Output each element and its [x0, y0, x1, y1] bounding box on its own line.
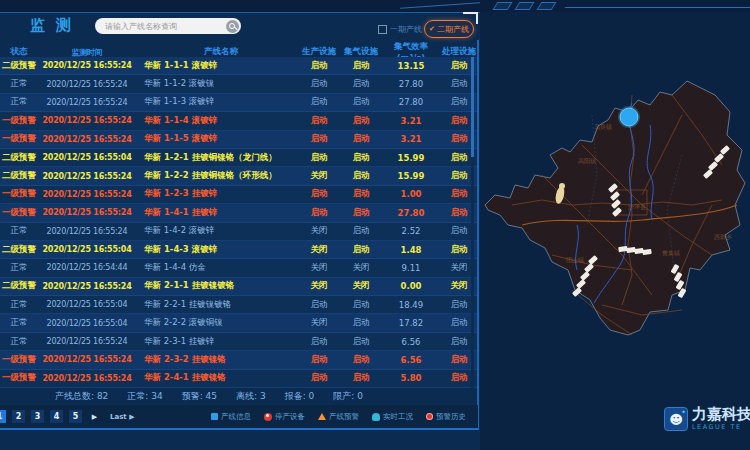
cell-name: 华新 1-1-1 滚镀锌 [136, 60, 298, 72]
cell-status: 一级预警 [0, 354, 38, 366]
cell-production: 启动 [298, 299, 340, 311]
legend-label: 实时工况 [383, 412, 413, 422]
page-button-4[interactable]: 4 [50, 410, 63, 423]
summary-item: 限产: 0 [333, 391, 363, 401]
cell-status: 二级预警 [0, 280, 38, 292]
cell-time: 2020/12/25 16:55:04 [38, 300, 136, 309]
legend-item-stop[interactable]: 停产设备 [264, 412, 305, 422]
cell-time: 2020/12/25 16:55:24 [38, 208, 136, 217]
cell-time: 2020/12/25 16:55:24 [38, 337, 136, 346]
last-page-button[interactable]: Last ▶ [107, 410, 138, 423]
cell-collection: 启动 [340, 60, 382, 72]
cell-production: 关闭 [298, 244, 340, 256]
table-row[interactable]: 二级预警2020/12/25 16:55:24华新 1-1-1 滚镀锌启动启动1… [0, 57, 478, 75]
summary-bar: 产线总数: 82正常: 34预警: 45离线: 3报备: 0限产: 0 [55, 390, 475, 403]
map-place-label: 沙洋县 [627, 203, 646, 210]
table-row[interactable]: 二级预警2020/12/25 16:55:24华新 2-1-1 挂镀镍镀铬关闭关… [0, 278, 478, 296]
cell-production: 关闭 [298, 280, 340, 292]
table-row[interactable]: 正常2020/12/25 16:55:04华新 2-2-1 挂镀镍镀铬启动启动1… [0, 296, 478, 314]
map-place-label: 团山镇 [566, 256, 584, 264]
cell-collection: 启动 [340, 152, 382, 164]
table-row[interactable]: 一级预警2020/12/25 16:55:24华新 1-2-3 挂镀锌启动启动1… [0, 186, 478, 204]
deco-line [400, 2, 480, 9]
cell-time: 2020/12/25 16:55:24 [38, 355, 136, 364]
table-row[interactable]: 一级预警2020/12/25 16:55:24华新 1-1-5 滚镀锌启动启动3… [0, 131, 478, 149]
cell-name: 华新 2-3-2 挂镀镍铬 [136, 354, 298, 366]
legend-item-warning[interactable]: 产线预警 [318, 412, 359, 422]
cell-production: 关闭 [298, 262, 340, 274]
cell-time: 2020/12/25 16:55:24 [38, 80, 136, 89]
table-row[interactable]: 一级预警2020/12/25 16:55:24华新 2-3-2 挂镀镍铬启动启动… [0, 351, 478, 369]
cell-efficiency: 15.99 [382, 171, 440, 181]
page-button-2[interactable]: 2 [12, 410, 25, 423]
warning-icon [318, 413, 326, 420]
map-place-label: 曾集镇 [662, 249, 680, 256]
cell-collection: 启动 [340, 225, 382, 237]
table-row[interactable]: 正常2020/12/25 16:54:44华新 1-4-4 仿金关闭关闭9.11… [0, 259, 478, 277]
cell-production: 关闭 [298, 317, 340, 329]
table-row[interactable]: 正常2020/12/25 16:55:24华新 2-3-1 挂镀锌启动启动6.5… [0, 333, 478, 351]
check-icon: ✔ [429, 25, 435, 33]
table-row[interactable]: 一级预警2020/12/25 16:55:24华新 2-4-1 挂镀镍铬启动启动… [0, 370, 478, 388]
logo-name: 力嘉科技 [692, 407, 750, 422]
table-row[interactable]: 二级预警2020/12/25 16:55:04华新 1-2-1 挂镀铜镍铬（龙门… [0, 149, 478, 167]
cell-collection: 启动 [340, 188, 382, 200]
cell-name: 华新 1-4-2 滚镀锌 [136, 225, 298, 237]
cell-name: 华新 2-3-1 挂镀锌 [136, 336, 298, 348]
cell-efficiency: 0.00 [382, 281, 440, 291]
cell-status: 一级预警 [0, 115, 38, 127]
cell-collection: 启动 [340, 244, 382, 256]
legend-item-info[interactable]: 产线信息 [211, 412, 251, 422]
table-row[interactable]: 一级预警2020/12/25 16:55:24华新 1-1-4 滚镀锌启动启动3… [0, 112, 478, 130]
summary-item: 正常: 34 [127, 391, 162, 401]
table-row[interactable]: 二级预警2020/12/25 16:55:24华新 1-2-2 挂镀铜镍铬（环形… [0, 167, 478, 185]
scrollbar-thumb[interactable] [471, 57, 474, 157]
cell-production: 启动 [298, 78, 340, 90]
search-icon[interactable] [226, 20, 239, 33]
page-button-1[interactable]: 1 [0, 410, 6, 423]
next-page-button[interactable]: ▶ [88, 410, 101, 423]
legend-item-history[interactable]: 预警历史 [426, 412, 466, 422]
deco-slash [537, 2, 557, 10]
cell-status: 二级预警 [0, 60, 38, 72]
cell-time: 2020/12/25 16:55:24 [38, 98, 136, 107]
cell-status: 正常 [0, 299, 38, 311]
table-row[interactable]: 一级预警2020/12/25 16:55:24华新 1-4-1 挂镀锌启动启动2… [0, 204, 478, 222]
cell-efficiency: 18.49 [382, 300, 440, 310]
device-marker[interactable] [620, 108, 638, 126]
page-button-5[interactable]: 5 [69, 410, 82, 423]
map-place-label: 高阳镇 [578, 157, 596, 165]
cell-efficiency: 3.21 [382, 116, 440, 126]
cell-production: 关闭 [298, 225, 340, 237]
stop-icon [264, 413, 272, 421]
table-row[interactable]: 二级预警2020/12/25 16:55:04华新 1-4-3 滚镀锌关闭启动1… [0, 241, 478, 259]
table-row[interactable]: 正常2020/12/25 16:55:24华新 1-4-2 滚镀锌关闭启动2.5… [0, 223, 478, 241]
cell-production: 启动 [298, 96, 340, 108]
cell-status: 二级预警 [0, 244, 38, 256]
legend: 产线信息停产设备产线预警实时工况预警历史 [211, 412, 478, 422]
legend-label: 预警历史 [436, 412, 466, 422]
cell-status: 一级预警 [0, 372, 38, 384]
table-row[interactable]: 正常2020/12/25 16:55:24华新 1-1-2 滚镀镍启动启动27.… [0, 75, 478, 93]
cell-efficiency: 17.82 [382, 318, 440, 328]
legend-item-realtime[interactable]: 实时工况 [372, 412, 413, 422]
cell-name: 华新 1-4-4 仿金 [136, 262, 298, 274]
table-row[interactable]: 正常2020/12/25 16:55:24华新 1-1-3 滚镀锌启动启动27.… [0, 94, 478, 112]
cell-status: 正常 [0, 78, 38, 90]
cell-status: 一级预警 [0, 133, 38, 145]
cell-production: 启动 [298, 115, 340, 127]
legend-label: 产线预警 [329, 412, 359, 422]
cell-efficiency: 2.52 [382, 226, 440, 236]
cell-collection: 启动 [340, 78, 382, 90]
cell-status: 正常 [0, 317, 38, 329]
cell-production: 启动 [298, 207, 340, 219]
table-row[interactable]: 正常2020/12/25 16:55:04华新 2-2-2 滚镀铜镍关闭启动17… [0, 314, 478, 332]
cell-efficiency: 1.48 [382, 245, 440, 255]
cell-collection: 启动 [340, 354, 382, 366]
map-place-label: 马良镇 [594, 123, 612, 130]
phase1-checkbox[interactable]: 一期产线 [378, 24, 422, 35]
pagination: 12345▶Last ▶ [0, 410, 138, 423]
cell-efficiency: 27.80 [382, 208, 440, 218]
page-button-3[interactable]: 3 [31, 410, 44, 423]
search-input[interactable] [95, 21, 226, 32]
